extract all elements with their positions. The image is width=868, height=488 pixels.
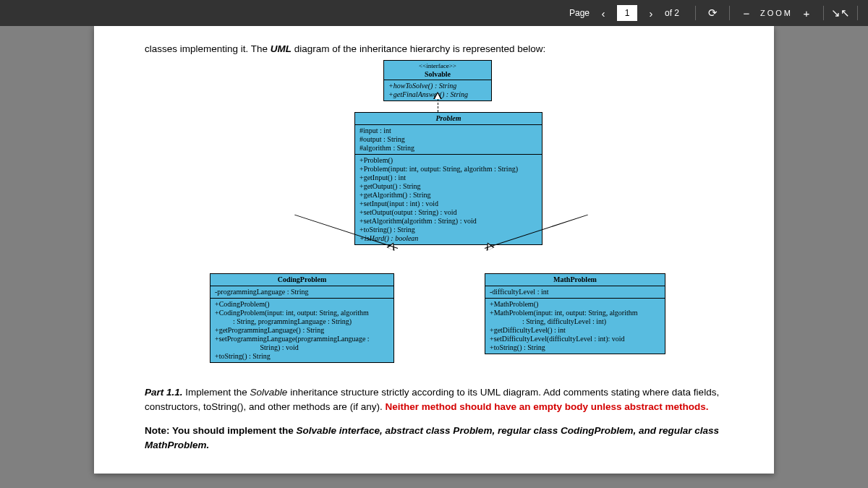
- uml-method: +MathProblem(input: int, output: String,…: [490, 309, 660, 326]
- uml-method: +Problem(input: int, output: String, alg…: [359, 165, 537, 174]
- uml-diagram: <<interface>> Solvable +howToSolve() : S…: [145, 60, 723, 364]
- fit-page-button[interactable]: ↘↖: [831, 4, 850, 22]
- uml-method: +getOutput() : String: [359, 182, 537, 191]
- uml-method: +setOutput(output : String) : void: [359, 208, 537, 217]
- uml-class-name: CodingProblem: [210, 274, 393, 286]
- page-group: Page ‹ › of 2: [569, 4, 679, 22]
- uml-method: +toString() : String: [490, 343, 660, 352]
- uml-method: +getDifficultyLevel() : int: [490, 326, 660, 335]
- uml-method: +toString() : String: [215, 352, 389, 361]
- part-1-1-text: Part 1.1. Implement the Solvable inherit…: [145, 385, 723, 415]
- uml-field: -programmingLanguage : String: [215, 288, 389, 296]
- pdf-toolbar: Page ‹ › of 2 ⟳ − ZOOM + ↘↖: [0, 0, 868, 26]
- uml-method: +setAlgorithm(algorithm : String) : void: [359, 217, 537, 226]
- uml-method: +Problem(): [359, 156, 537, 165]
- next-page-button[interactable]: ›: [642, 4, 660, 22]
- uml-class-name: MathProblem: [485, 274, 665, 286]
- uml-method: +setInput(input : int) : void: [359, 200, 537, 208]
- document-page: classes implementing it. The UML diagram…: [94, 26, 774, 474]
- warning-text: Neither method should have an empty body…: [385, 401, 708, 412]
- uml-field: #output : String: [359, 135, 537, 144]
- solvable-ital: Solvable: [250, 387, 288, 398]
- uml-method: +howToSolve() : String: [388, 82, 487, 90]
- note-text: Note: You should implement the Solvable …: [145, 424, 723, 453]
- realization-line: [438, 99, 438, 112]
- text: Note: You should implement the: [145, 425, 297, 436]
- zoom-in-button[interactable]: +: [797, 4, 816, 22]
- uml-method: +getAlgorithm() : String: [359, 191, 537, 200]
- uml-method: +toString() : String: [359, 226, 537, 234]
- text: classes implementing it. The: [145, 43, 271, 54]
- part-label: Part 1.1.: [145, 387, 183, 398]
- uml-method: +CodingProblem(input: int, output: Strin…: [215, 309, 389, 326]
- uml-method: +CodingProblem(): [215, 300, 389, 309]
- uml-field: #algorithm : String: [359, 144, 537, 153]
- zoom-out-button[interactable]: −: [737, 4, 756, 22]
- uml-method: +setProgrammingLanguage(programmingLangu…: [215, 335, 389, 352]
- divider: [729, 6, 730, 20]
- text: diagram of the inheritance hierarchy is …: [292, 43, 545, 54]
- realization-arrow-icon: [433, 92, 442, 99]
- page-input[interactable]: [617, 5, 637, 21]
- uml-method: +getProgrammingLanguage() : String: [215, 326, 389, 335]
- uml-codingproblem: CodingProblem -programmingLanguage : Str…: [210, 273, 394, 363]
- uml-method: +getInput() : int: [359, 174, 537, 182]
- uml-field: -difficultyLevel : int: [490, 288, 660, 296]
- uml-bold: UML: [271, 43, 292, 54]
- intro-text: classes implementing it. The UML diagram…: [145, 43, 723, 54]
- uml-field: #input : int: [359, 127, 537, 135]
- text: Implement the: [183, 387, 250, 398]
- uml-class-name: Solvable: [388, 70, 487, 79]
- uml-mathproblem: MathProblem -difficultyLevel : int +Math…: [485, 273, 665, 354]
- divider: [857, 6, 858, 20]
- uml-stereotype: <<interface>>: [388, 62, 487, 70]
- uml-method: +MathProblem(): [490, 300, 660, 309]
- divider: [695, 6, 696, 20]
- prev-page-button[interactable]: ‹: [594, 4, 613, 22]
- uml-problem: Problem #input : int #output : String #a…: [354, 112, 542, 245]
- page-label: Page: [569, 8, 590, 18]
- uml-class-name: Problem: [355, 113, 542, 125]
- page-total: of 2: [665, 8, 679, 18]
- zoom-label: ZOOM: [760, 9, 793, 17]
- uml-method: +setDifficultyLevel(difficultyLevel : in…: [490, 335, 660, 343]
- divider: [823, 6, 824, 20]
- document-viewport[interactable]: classes implementing it. The UML diagram…: [0, 26, 868, 488]
- rotate-button[interactable]: ⟳: [703, 4, 722, 22]
